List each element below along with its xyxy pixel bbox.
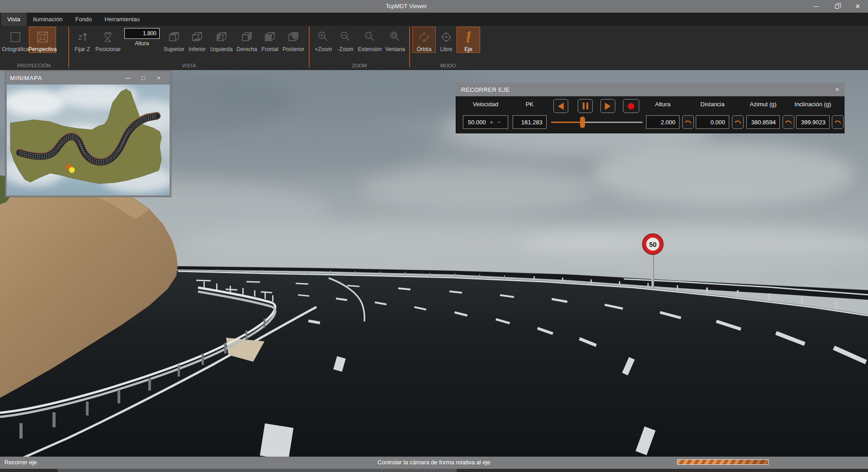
posicionar-button[interactable]: Posicionar xyxy=(93,27,123,53)
pk-label: PK xyxy=(513,101,547,108)
position-camera-icon xyxy=(100,28,116,46)
minimize-button[interactable] xyxy=(806,0,826,13)
inferior-button[interactable]: Inferior xyxy=(186,27,208,53)
recorrer-header[interactable]: RECORRER EJE × xyxy=(456,83,844,96)
speed-sign-text: 50 xyxy=(649,241,657,248)
minimap-title: MINIMAPA xyxy=(10,75,120,81)
restore-button[interactable] xyxy=(826,0,847,13)
play-button[interactable] xyxy=(600,99,615,113)
zoom-window-icon xyxy=(387,28,403,46)
pk-slider[interactable] xyxy=(551,115,642,129)
minimap-window: MINIMAPA ─ □ × xyxy=(5,71,171,197)
distancia-label: Distancia xyxy=(696,101,729,108)
minimap-content[interactable] xyxy=(7,85,170,195)
cube-top-icon xyxy=(166,28,182,46)
ribbon-divider xyxy=(68,27,69,67)
derecha-button[interactable]: Derecha xyxy=(235,27,259,53)
zoom-extension-button[interactable]: Extensión xyxy=(356,27,383,53)
cube-front-icon xyxy=(262,28,278,46)
perspectiva-button[interactable]: Perspectiva xyxy=(29,27,56,53)
step-back-button[interactable] xyxy=(553,99,568,113)
distancia-field[interactable]: 0.000 xyxy=(696,115,729,129)
ribbon-group-vista: Z Fijar Z Posicionar xyxy=(70,26,308,70)
frontal-button[interactable]: Frontal xyxy=(259,27,281,53)
svg-text:Z: Z xyxy=(78,33,82,41)
menu-fondo[interactable]: Fondo xyxy=(69,13,98,26)
zoom-in-icon xyxy=(316,28,331,46)
minimap-position-marker xyxy=(69,167,75,173)
menubar: Vista Iluminación Fondo Herramientas xyxy=(0,13,868,26)
menu-iluminacion[interactable]: Iluminación xyxy=(27,13,69,26)
izquierda-button[interactable]: Izquierda xyxy=(208,27,235,53)
bottom-strip xyxy=(0,469,868,472)
minimap-header[interactable]: MINIMAPA ─ □ × xyxy=(5,71,171,85)
record-button[interactable] xyxy=(623,99,639,113)
inclinacion-reset-button[interactable] xyxy=(832,115,844,129)
superior-button[interactable]: Superior xyxy=(162,27,186,53)
ortografica-button[interactable]: Ortográfica xyxy=(2,27,29,53)
minimap-canvas xyxy=(7,85,170,195)
ribbon: Ortográfica Perspectiva PROYECCIÓN xyxy=(0,26,868,70)
altura-ribbon-field[interactable]: 1.800 xyxy=(124,28,160,39)
ribbon-divider xyxy=(409,27,410,67)
pk-slider-thumb[interactable] xyxy=(580,117,585,128)
axis-icon xyxy=(461,28,476,46)
recorrer-title: RECORRER EJE xyxy=(461,86,830,93)
pk-slider-track-filled[interactable] xyxy=(551,122,583,123)
libre-button[interactable]: Libre xyxy=(436,27,457,53)
recorrer-eje-panel: RECORRER EJE × Velocidad 50.000 + − PK 1… xyxy=(456,83,844,133)
velocidad-label: Velocidad xyxy=(463,101,508,108)
close-icon: ✕ xyxy=(855,3,860,10)
minimap-minimize-button[interactable]: ─ xyxy=(120,71,136,85)
minimap-maximize-button[interactable]: □ xyxy=(136,71,151,85)
azimut-label: Azimut (g) xyxy=(746,101,780,108)
minimize-icon xyxy=(814,6,819,7)
group-label-modo: MODO xyxy=(412,62,484,70)
inclinacion-field[interactable]: 399.9023 xyxy=(796,115,830,129)
pause-button[interactable] xyxy=(578,99,593,113)
group-label-vista: VISTA xyxy=(71,62,307,70)
step-back-icon xyxy=(558,103,564,110)
fix-z-icon: Z xyxy=(75,28,90,46)
velocidad-field[interactable]: 50.000 + − xyxy=(463,115,508,129)
ribbon-group-proyeccion: Ortográfica Perspectiva PROYECCIÓN xyxy=(0,26,68,70)
menu-vista[interactable]: Vista xyxy=(1,13,27,26)
fijar-z-button[interactable]: Z Fijar Z xyxy=(71,27,93,53)
orbita-button[interactable]: Órbita xyxy=(412,27,436,53)
zoom-out-button[interactable]: -Zoom xyxy=(335,27,356,53)
distancia-reset-button[interactable] xyxy=(732,115,744,129)
pk-slider-track-empty[interactable] xyxy=(583,122,642,123)
undo-arrow-icon xyxy=(834,119,841,125)
zoom-ventana-button[interactable]: Ventana xyxy=(383,27,407,53)
zoom-out-icon xyxy=(338,28,353,46)
bottom-strip-segment xyxy=(57,469,457,472)
orthographic-icon xyxy=(8,28,23,46)
cube-back-icon xyxy=(286,28,301,46)
recorrer-close-button[interactable]: × xyxy=(830,86,839,93)
ribbon-group-zoom: +Zoom -Zoom Extensión xyxy=(310,26,409,70)
zoom-in-button[interactable]: +Zoom xyxy=(312,27,335,53)
menu-herramientas[interactable]: Herramientas xyxy=(98,13,146,26)
app-window: TcpMDT Viewer ✕ Vista Iluminación Fondo … xyxy=(0,0,868,472)
velocidad-increase-button[interactable]: + xyxy=(490,120,494,124)
restore-icon xyxy=(835,5,839,9)
recorrer-body: Velocidad 50.000 + − PK 161.283 A xyxy=(456,96,844,133)
azimut-reset-button[interactable] xyxy=(783,115,794,129)
velocidad-decrease-button[interactable]: − xyxy=(497,120,501,124)
cube-bottom-icon xyxy=(189,28,205,46)
minimap-close-button[interactable]: × xyxy=(151,71,166,85)
eje-button[interactable]: Eje xyxy=(457,27,480,53)
group-label-proyeccion: PROYECCIÓN xyxy=(2,62,66,70)
altura-reset-button[interactable] xyxy=(682,115,694,129)
statusbar-progress-bar xyxy=(677,459,769,465)
undo-arrow-icon xyxy=(785,119,792,125)
azimut-field[interactable]: 380.8594 xyxy=(746,115,780,129)
pk-field[interactable]: 161.283 xyxy=(513,115,547,129)
close-button[interactable]: ✕ xyxy=(847,0,868,13)
posterior-button[interactable]: Posterior xyxy=(281,27,306,53)
zoom-extents-icon xyxy=(362,28,377,46)
altura-field[interactable]: 2.000 xyxy=(646,115,679,129)
titlebar: TcpMDT Viewer ✕ xyxy=(0,0,868,13)
inclinacion-label: Inclinación (g) xyxy=(794,101,831,108)
perspective-icon xyxy=(35,28,50,46)
